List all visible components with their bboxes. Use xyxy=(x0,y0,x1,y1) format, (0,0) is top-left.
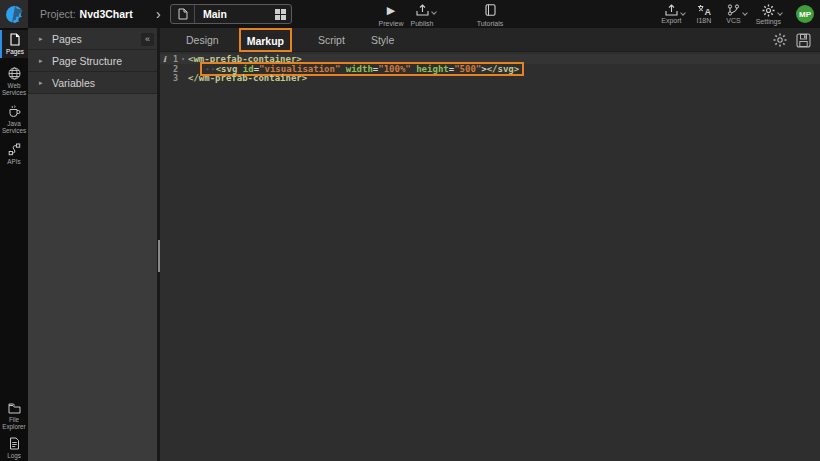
save-icon[interactable] xyxy=(796,33,811,48)
code-text: </wm-prefab-container> xyxy=(188,73,307,83)
panel-section-variables-label: Variables xyxy=(52,77,95,89)
editor-settings-gear-icon[interactable] xyxy=(773,33,787,47)
code-line-2[interactable]: 2 ··<svg id="visualisation" width="100%"… xyxy=(160,64,820,74)
collapse-arrow-icon: ▸ xyxy=(39,57,43,65)
pages-icon xyxy=(9,33,21,46)
export-label: Export xyxy=(661,17,681,24)
info-marker-icon: i xyxy=(160,54,169,64)
panel-section-pages[interactable]: ▸ Pages xyxy=(28,28,157,50)
panel-section-page-structure[interactable]: ▸ Page Structure xyxy=(28,50,157,72)
markup-tab-annotation-box: Markup xyxy=(239,28,292,52)
settings-label: Settings xyxy=(756,18,781,25)
rail-item-apis[interactable]: APIs xyxy=(0,140,28,168)
i18n-button[interactable]: A I18N xyxy=(697,4,712,24)
rail-label-pages: Pages xyxy=(6,48,24,55)
i18n-label: I18N xyxy=(697,17,712,24)
pages-panel: ▸ Pages ▸ Page Structure ▸ Variables « xyxy=(28,28,157,461)
rail-label-java-services: Java Services xyxy=(0,120,28,134)
publish-caret-icon xyxy=(431,9,437,15)
vcs-caret-icon xyxy=(742,10,748,16)
line-number: 3 xyxy=(169,73,178,83)
panel-collapse-button[interactable]: « xyxy=(141,33,154,46)
panel-section-variables[interactable]: ▸ Variables xyxy=(28,72,157,94)
tutorials-button[interactable]: Tutorials xyxy=(468,3,512,27)
code-editor[interactable]: i 1 ▾ <wm-prefab-container> 2 ··<svg id=… xyxy=(160,52,820,83)
ide-window: Project: Nvd3Chart › Main xyxy=(0,0,820,461)
page-tab-main[interactable]: Main xyxy=(170,4,292,24)
page-tab-label[interactable]: Main xyxy=(195,8,269,20)
settings-caret-icon xyxy=(777,10,783,16)
rail-label-apis: APIs xyxy=(7,158,20,165)
publish-button[interactable]: Publish xyxy=(402,3,442,27)
collapse-arrow-icon: ▸ xyxy=(39,79,43,87)
fold-marker-icon[interactable]: ▾ xyxy=(178,55,188,62)
preview-label: Preview xyxy=(379,20,404,27)
rail-item-pages[interactable]: Pages xyxy=(0,30,28,58)
globe-icon xyxy=(8,67,21,80)
tab-script[interactable]: Script xyxy=(318,34,345,46)
panel-divider[interactable] xyxy=(157,28,160,461)
settings-gear-icon xyxy=(762,4,775,17)
vcs-button[interactable]: VCS xyxy=(726,4,740,24)
page-file-icon[interactable] xyxy=(171,5,195,23)
rail-item-file-explorer[interactable]: File Explorer xyxy=(0,400,28,432)
publish-label: Publish xyxy=(411,20,434,27)
rail-item-java-services[interactable]: Java Services xyxy=(0,102,28,136)
rail-item-web-services[interactable]: Web Services xyxy=(0,64,28,98)
vcs-branch-icon xyxy=(727,4,740,16)
vcs-label: VCS xyxy=(726,17,740,24)
tutorials-label: Tutorials xyxy=(477,20,504,27)
rail-label-file-explorer: File Explorer xyxy=(0,416,28,430)
rail-item-logs[interactable]: Logs xyxy=(0,434,28,461)
logs-icon xyxy=(9,437,20,450)
export-button[interactable]: Export xyxy=(661,4,681,24)
rail-label-web-services: Web Services xyxy=(0,82,28,96)
topbar-right-group: Export A I18N xyxy=(661,0,814,28)
project-label: Project: xyxy=(40,8,76,20)
tab-design[interactable]: Design xyxy=(186,34,219,46)
scrollbar-thumb[interactable] xyxy=(158,240,160,272)
panel-section-pages-label: Pages xyxy=(52,33,82,45)
i18n-translate-icon: A xyxy=(697,4,711,16)
panel-section-page-structure-label: Page Structure xyxy=(52,55,122,67)
play-icon: ▶ xyxy=(387,4,395,16)
rail-label-logs: Logs xyxy=(7,452,21,459)
left-icon-rail: Pages Web Services Java Services xyxy=(0,28,28,461)
publish-upload-icon xyxy=(416,4,429,16)
project-name: Nvd3Chart xyxy=(80,8,133,20)
export-caret-icon xyxy=(680,10,686,16)
top-bar: Project: Nvd3Chart › Main xyxy=(0,0,820,28)
wavemaker-logo[interactable] xyxy=(0,0,28,28)
wavemaker-logo-icon xyxy=(5,5,24,24)
settings-button[interactable]: Settings xyxy=(756,4,781,25)
user-avatar[interactable]: MP xyxy=(796,5,814,23)
editor-area: Design Markup Script Style xyxy=(160,28,820,461)
tab-markup[interactable]: Markup xyxy=(247,35,284,47)
editor-toolbar: Design Markup Script Style xyxy=(160,28,820,52)
editor-actions xyxy=(773,28,811,52)
coffee-cup-icon xyxy=(8,105,21,118)
export-icon xyxy=(665,4,678,16)
chevron-right-icon: › xyxy=(156,4,161,24)
tutorials-book-icon xyxy=(485,4,496,16)
grid-icon xyxy=(275,9,286,20)
line-number: 2 xyxy=(169,64,178,74)
collapse-arrow-icon: ▸ xyxy=(39,35,43,43)
layout-grid-icon[interactable] xyxy=(269,5,291,23)
folder-icon xyxy=(8,403,21,414)
line-number: 1 xyxy=(169,54,178,64)
file-icon xyxy=(178,8,188,20)
tab-style[interactable]: Style xyxy=(371,34,394,46)
project-title: Project: Nvd3Chart xyxy=(40,0,133,28)
svg-text:A: A xyxy=(704,7,711,16)
api-connector-icon xyxy=(8,143,21,156)
